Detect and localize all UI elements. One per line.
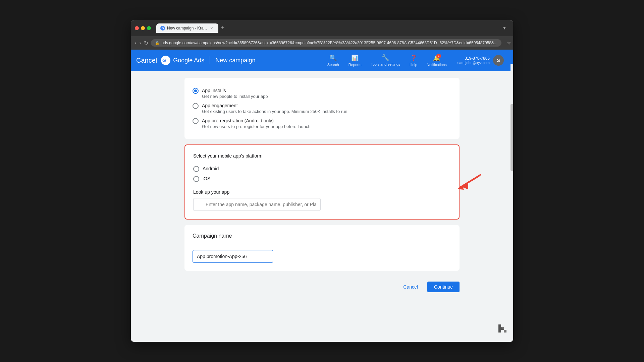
app-preregistration-label: App pre-registration (Android only) [202, 118, 311, 123]
app-preregistration-description: Get new users to pre-register for your a… [202, 124, 311, 129]
tools-label: Tools and settings [371, 62, 400, 67]
maximize-window-button[interactable] [147, 26, 151, 30]
account-phone: 319-878-7865 [458, 56, 490, 61]
reports-icon: 📊 [351, 54, 359, 62]
close-window-button[interactable] [135, 26, 139, 30]
scrollbar-track[interactable] [511, 64, 513, 342]
forward-button[interactable]: › [139, 38, 141, 48]
svg-text:G: G [162, 26, 164, 30]
android-option[interactable]: Android [193, 164, 451, 174]
nav-reports[interactable]: 📊 Reports [344, 52, 366, 69]
browser-window: G New campaign - Kra... × + ▼ ‹ › ↻ 🔒 ad… [131, 20, 513, 342]
tab-close-button[interactable]: × [209, 25, 214, 31]
svg-line-3 [461, 175, 481, 187]
reload-button[interactable]: ↻ [144, 38, 148, 48]
scrollbar-thumb[interactable] [511, 104, 513, 171]
ios-text: iOS [203, 176, 210, 181]
ios-option[interactable]: iOS [193, 174, 451, 184]
app-engagement-radio[interactable] [193, 103, 199, 109]
account-info[interactable]: 319-878-7865 sam.john@xyz.com S [453, 52, 508, 68]
lock-icon: 🔒 [155, 41, 160, 45]
platform-section-title: Select your mobile app's platform [193, 153, 451, 159]
platform-section: Select your mobile app's platform Androi… [184, 144, 460, 220]
nav-search[interactable]: 🔍 Search [323, 52, 343, 69]
minimize-window-button[interactable] [141, 26, 145, 30]
nav-tools[interactable]: 🔧 Tools and settings [367, 51, 404, 69]
app-search-input[interactable] [193, 198, 321, 211]
header-nav: 🔍 Search 📊 Reports 🔧 Tools and settings … [323, 51, 451, 69]
browser-tabs: G New campaign - Kra... × + [156, 23, 325, 33]
url-text: ads.google.com/aw/campaigns/new?ocid=365… [162, 41, 497, 45]
app-engagement-option[interactable]: App engagement Get existing users to tak… [193, 101, 451, 116]
lookup-title: Look up your app [193, 189, 451, 195]
app-search-wrap: 🔍 [193, 198, 321, 211]
traffic-lights [135, 26, 151, 30]
avatar[interactable]: S [493, 55, 504, 66]
header-divider [210, 56, 210, 64]
campaign-name-section-title: Campaign name [193, 233, 451, 243]
app-install-radio[interactable] [193, 88, 199, 94]
app-install-text: App installs Get new people to install y… [202, 88, 268, 99]
footer-buttons: Cancel Continue [184, 276, 460, 298]
android-text: Android [203, 166, 219, 171]
pixel-logo-icon [497, 322, 508, 335]
reports-label: Reports [348, 63, 362, 67]
browser-toolbar: ‹ › ↻ 🔒 ads.google.com/aw/campaigns/new?… [131, 36, 513, 50]
campaign-name-section: Campaign name [184, 225, 460, 271]
app-install-description: Get new people to install your app [202, 94, 268, 99]
ios-label: iOS [203, 176, 210, 181]
main-content: App installs Get new people to install y… [131, 71, 513, 342]
app-engagement-label: App engagement [202, 103, 347, 108]
tools-icon: 🔧 [382, 54, 389, 61]
browser-titlebar: G New campaign - Kra... × + ▼ [131, 20, 513, 36]
svg-text:G: G [162, 58, 166, 63]
campaign-name-input[interactable] [193, 250, 273, 263]
nav-notifications[interactable]: 🔔 1 Notifications [423, 52, 451, 69]
account-email: sam.john@xyz.com [458, 61, 490, 65]
browser-minimize-icon[interactable]: ▼ [500, 23, 509, 33]
back-button[interactable]: ‹ [135, 38, 137, 48]
pixel-watermark [497, 322, 508, 337]
app-engagement-description: Get existing users to take actions in yo… [202, 109, 347, 114]
red-arrow-annotation [455, 173, 482, 191]
app-install-option[interactable]: App installs Get new people to install y… [193, 86, 451, 101]
android-radio[interactable] [193, 166, 199, 172]
google-ads-logo-icon: G [161, 56, 170, 65]
notification-wrap: 🔔 1 [433, 54, 440, 62]
header-close-button[interactable]: Cancel [136, 57, 157, 64]
app-preregistration-option[interactable]: App pre-registration (Android only) Get … [193, 116, 451, 131]
page-title: New campaign [215, 57, 323, 64]
account-details: 319-878-7865 sam.john@xyz.com [458, 56, 490, 65]
nav-help[interactable]: ❓ Help [406, 52, 421, 69]
app-preregistration-text: App pre-registration (Android only) Get … [202, 118, 311, 129]
search-icon: 🔍 [329, 54, 337, 62]
ads-header: Cancel G Google Ads New campaign 🔍 Searc… [131, 50, 513, 71]
tab-favicon-icon: G [160, 26, 165, 31]
app-preregistration-radio[interactable] [193, 118, 199, 124]
browser-actions: ☆ 👤 ⋮ [504, 38, 513, 48]
help-icon: ❓ [410, 54, 417, 62]
search-label: Search [327, 63, 339, 67]
active-tab[interactable]: G New campaign - Kra... × [156, 23, 218, 33]
radio-dot [194, 89, 197, 92]
google-ads-text: Google Ads [173, 57, 204, 64]
cancel-button[interactable]: Cancel [398, 282, 423, 292]
help-label: Help [410, 63, 417, 67]
bookmarks-icon[interactable]: ☆ [504, 38, 513, 48]
app-options-section: App installs Get new people to install y… [184, 78, 460, 139]
header-logo: G Google Ads [161, 56, 204, 65]
new-tab-button[interactable]: + [218, 24, 227, 32]
notifications-label: Notifications [427, 63, 447, 67]
app-install-label: App installs [202, 88, 268, 93]
tab-title: New campaign - Kra... [167, 26, 207, 31]
app-engagement-text: App engagement Get existing users to tak… [202, 103, 347, 114]
notification-badge: 1 [436, 54, 441, 58]
browser-chrome: G New campaign - Kra... × + ▼ ‹ › ↻ 🔒 ad… [131, 20, 513, 50]
ios-radio[interactable] [193, 176, 199, 182]
red-arrow-icon [455, 173, 482, 190]
android-label: Android [203, 166, 219, 171]
continue-button[interactable]: Continue [427, 282, 460, 292]
address-bar[interactable]: 🔒 ads.google.com/aw/campaigns/new?ocid=3… [151, 39, 501, 47]
